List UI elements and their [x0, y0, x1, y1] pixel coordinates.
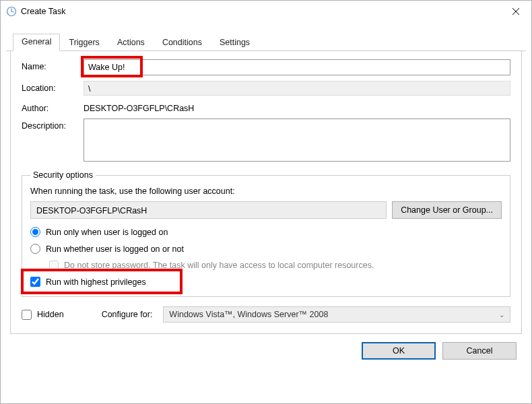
checkbox-hidden-input[interactable]	[22, 310, 32, 320]
description-input[interactable]	[84, 119, 510, 162]
window-close-button[interactable]	[500, 1, 531, 22]
radio-run-whether-label: Run whether user is logged on or not	[46, 244, 184, 254]
chevron-down-icon: ⌄	[499, 311, 504, 318]
dialog-body: General Triggers Actions Conditions Sett…	[1, 22, 531, 365]
security-prompt: When running the task, use the following…	[30, 187, 502, 196]
security-options-legend: Security options	[30, 170, 96, 180]
author-label: Author:	[22, 101, 84, 113]
checkbox-highest-privileges[interactable]: Run with highest privileges	[30, 277, 502, 287]
tab-general[interactable]: General	[13, 34, 60, 51]
title-bar: Create Task	[1, 1, 531, 22]
radio-run-whether[interactable]: Run whether user is logged on or not	[30, 244, 502, 254]
close-icon	[512, 8, 519, 15]
window-title: Create Task	[21, 7, 65, 16]
checkbox-dont-store-password: Do not store password. The task will onl…	[49, 261, 502, 270]
task-scheduler-icon	[6, 6, 17, 17]
checkbox-dont-store-password-label: Do not store password. The task will onl…	[64, 261, 374, 270]
checkbox-highest-privileges-input[interactable]	[30, 277, 40, 287]
tab-settings[interactable]: Settings	[211, 34, 259, 51]
radio-run-logged-on[interactable]: Run only when user is logged on	[30, 227, 502, 237]
location-label: Location:	[22, 81, 84, 93]
tab-actions[interactable]: Actions	[108, 34, 154, 51]
name-label: Name:	[22, 59, 84, 71]
security-options-group: Security options When running the task, …	[22, 170, 510, 297]
checkbox-hidden[interactable]: Hidden	[22, 310, 64, 320]
name-input[interactable]	[84, 59, 510, 75]
radio-run-logged-on-label: Run only when user is logged on	[46, 228, 168, 237]
radio-run-logged-on-input[interactable]	[30, 227, 40, 237]
tab-panel-general: Name: Location: \ Author: DESKTOP-O3FGFL…	[10, 51, 522, 334]
configure-for-label: Configure for:	[102, 310, 153, 319]
tab-triggers[interactable]: Triggers	[60, 34, 108, 51]
row-name: Name:	[22, 59, 510, 75]
checkbox-highest-privileges-label: Run with highest privileges	[46, 277, 146, 287]
tab-strip: General Triggers Actions Conditions Sett…	[6, 33, 526, 51]
description-label: Description:	[22, 119, 84, 131]
row-description: Description:	[22, 119, 510, 164]
account-display: DESKTOP-O3FGFLP\CRasH	[30, 201, 387, 219]
bottom-config-row: Hidden Configure for: Windows Vista™, Wi…	[22, 306, 510, 323]
tab-conditions[interactable]: Conditions	[154, 34, 211, 51]
configure-for-combo[interactable]: Windows Vista™, Windows Server™ 2008 ⌄	[163, 306, 510, 323]
location-value: \	[84, 81, 510, 96]
row-author: Author: DESKTOP-O3FGFLP\CRasH	[22, 101, 510, 113]
ok-button[interactable]: OK	[362, 342, 436, 360]
checkbox-dont-store-password-input	[49, 261, 59, 270]
configure-for-value: Windows Vista™, Windows Server™ 2008	[169, 310, 328, 319]
checkbox-hidden-label: Hidden	[37, 310, 64, 319]
account-row: DESKTOP-O3FGFLP\CRasH Change User or Gro…	[30, 201, 502, 219]
dialog-actions: OK Cancel	[6, 334, 526, 360]
radio-run-whether-input[interactable]	[30, 244, 40, 254]
row-location: Location: \	[22, 81, 510, 96]
change-user-button[interactable]: Change User or Group...	[392, 201, 502, 219]
author-value: DESKTOP-O3FGFLP\CRasH	[84, 104, 194, 113]
cancel-button[interactable]: Cancel	[442, 342, 517, 360]
